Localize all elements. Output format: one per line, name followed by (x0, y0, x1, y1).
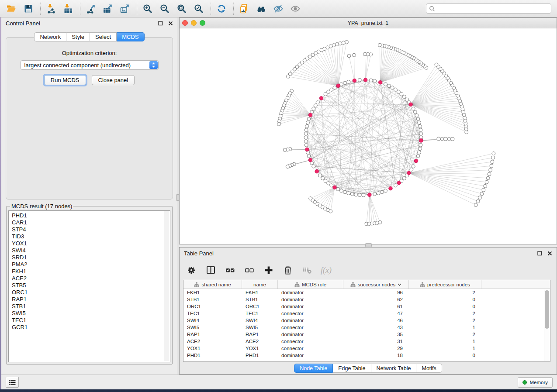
table-cell[interactable]: 35 (343, 331, 409, 338)
network-node[interactable] (478, 196, 482, 199)
network-node[interactable] (352, 53, 356, 57)
network-node[interactable] (358, 193, 361, 197)
column-header-name[interactable]: name (242, 280, 278, 289)
network-node[interactable] (384, 189, 387, 193)
table-cell[interactable]: 0 (409, 352, 481, 359)
table-cell[interactable]: PHD1 (183, 352, 242, 359)
table-cell[interactable]: 62 (343, 296, 409, 303)
mcds-result-item[interactable]: GCR1 (12, 324, 162, 331)
mcds-hub-node[interactable] (308, 113, 312, 117)
mcds-hub-node[interactable] (389, 186, 393, 190)
network-node[interactable] (492, 152, 495, 155)
export-image-button[interactable] (119, 3, 131, 14)
network-node[interactable] (394, 184, 397, 187)
mcds-result-item[interactable]: STB1 (12, 303, 162, 310)
network-node[interactable] (304, 132, 308, 135)
table-cell[interactable]: connector (278, 310, 343, 317)
tab-style[interactable]: Style (66, 32, 90, 41)
table-cell[interactable]: 43 (343, 324, 409, 331)
table-options-button[interactable] (186, 265, 197, 276)
network-node[interactable] (437, 137, 440, 141)
network-node[interactable] (451, 138, 454, 141)
zoom-fit-button[interactable] (176, 3, 187, 14)
network-node[interactable] (343, 190, 347, 194)
column-header-shared-name[interactable]: shared name (183, 280, 242, 289)
table-cell[interactable]: 96 (343, 289, 409, 296)
network-node[interactable] (362, 193, 365, 197)
network-node[interactable] (369, 79, 373, 82)
network-node[interactable] (418, 121, 421, 124)
network-node[interactable] (354, 193, 358, 196)
table-cell[interactable]: TEC1 (242, 310, 278, 317)
network-node[interactable] (435, 63, 438, 66)
network-node[interactable] (416, 154, 420, 158)
table-cell[interactable]: dominator (278, 303, 343, 310)
network-node[interactable] (447, 137, 451, 141)
network-node[interactable] (440, 137, 444, 141)
mcds-result-item[interactable]: SWI4 (12, 247, 162, 254)
close-panel-button[interactable]: Close panel (92, 75, 135, 85)
table-cell[interactable]: 2 (409, 317, 481, 324)
network-node[interactable] (412, 107, 415, 110)
network-node[interactable] (491, 156, 495, 159)
mcds-result-item[interactable]: ORC1 (12, 289, 162, 296)
network-node[interactable] (358, 78, 361, 82)
table-cell[interactable]: RAP1 (242, 331, 278, 338)
mcds-hub-node[interactable] (397, 181, 401, 185)
mcds-result-item[interactable]: CAR1 (12, 219, 162, 226)
network-node[interactable] (373, 192, 377, 196)
network-node[interactable] (384, 83, 387, 86)
memory-button[interactable]: Memory (518, 377, 553, 388)
network-node[interactable] (286, 75, 290, 78)
import-network-button[interactable] (45, 3, 57, 14)
run-mcds-button[interactable]: Run MCDS (44, 75, 86, 85)
binoculars-button[interactable] (255, 3, 267, 14)
network-node[interactable] (400, 93, 403, 96)
network-node[interactable] (391, 86, 394, 89)
network-node[interactable] (485, 180, 488, 184)
table-cell[interactable]: ACE2 (183, 338, 242, 345)
select-all-button[interactable] (224, 265, 236, 276)
table-cell[interactable]: PHD1 (242, 352, 278, 359)
table-cell[interactable]: dominator (278, 352, 343, 359)
save-button[interactable] (22, 3, 34, 14)
table-cell[interactable]: 46 (343, 317, 409, 324)
mcds-hub-node[interactable] (353, 79, 356, 83)
zoom-selected-button[interactable] (193, 3, 204, 14)
network-node[interactable] (343, 81, 347, 85)
show-columns-button[interactable] (205, 265, 217, 276)
network-node[interactable] (394, 88, 397, 91)
mcds-result-item[interactable]: STB5 (12, 282, 162, 289)
tab-mcds[interactable]: MCDS (117, 32, 144, 41)
network-node[interactable] (321, 176, 325, 180)
tab-network-table[interactable]: Network Table (371, 364, 417, 373)
mcds-hub-node[interactable] (305, 148, 309, 151)
network-node[interactable] (306, 121, 309, 124)
network-node[interactable] (480, 192, 484, 196)
network-node[interactable] (402, 176, 406, 180)
table-cell[interactable]: dominator (278, 317, 343, 324)
table-scrollbar-thumb[interactable] (545, 290, 549, 329)
mcds-hub-node[interactable] (409, 103, 413, 107)
mcds-hub-node[interactable] (333, 186, 337, 189)
table-cell[interactable]: 1 (409, 338, 481, 345)
table-cell[interactable]: connector (278, 338, 343, 345)
network-node[interactable] (327, 90, 330, 93)
table-cell[interactable]: 2 (409, 331, 481, 338)
network-node[interactable] (307, 154, 311, 158)
show-panels-button[interactable] (6, 377, 19, 388)
network-node[interactable] (347, 192, 350, 195)
clone-network-button[interactable] (238, 3, 250, 14)
network-node[interactable] (286, 165, 289, 168)
table-cell[interactable]: 31 (343, 338, 409, 345)
table-cell[interactable]: 29 (343, 345, 409, 352)
network-node[interactable] (342, 41, 345, 45)
mcds-hub-node[interactable] (315, 169, 319, 173)
network-node[interactable] (488, 172, 491, 176)
close-panel-icon[interactable] (547, 251, 552, 256)
network-node[interactable] (335, 42, 339, 46)
table-cell[interactable]: STB1 (242, 296, 278, 303)
mcds-hub-node[interactable] (308, 158, 312, 162)
add-column-button[interactable] (263, 265, 274, 276)
network-node[interactable] (397, 90, 400, 93)
